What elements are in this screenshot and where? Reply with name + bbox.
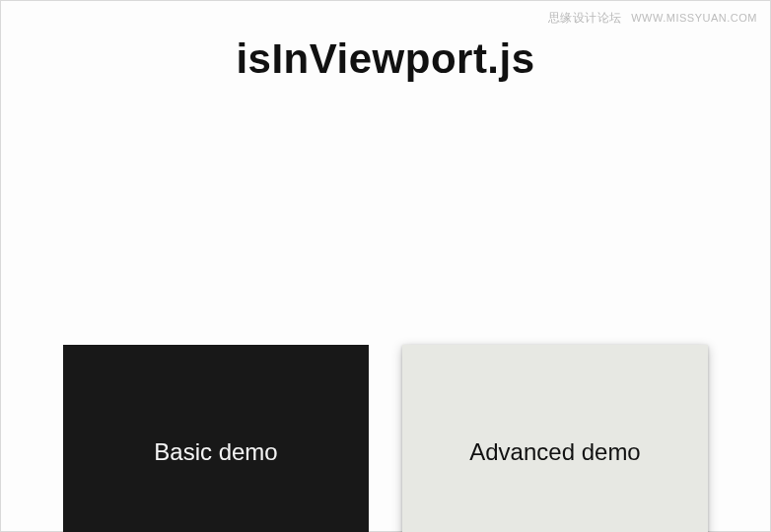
basic-demo-label: Basic demo — [154, 438, 277, 466]
demo-cards-container: Basic demo Advanced demo — [0, 317, 771, 532]
basic-demo-card[interactable]: Basic demo — [63, 345, 369, 532]
watermark: 思缘设计论坛 WWW.MISSYUAN.COM — [548, 10, 757, 27]
advanced-demo-label: Advanced demo — [469, 438, 640, 466]
advanced-demo-card[interactable]: Advanced demo — [402, 345, 708, 532]
watermark-cn: 思缘设计论坛 — [548, 11, 622, 25]
watermark-url: WWW.MISSYUAN.COM — [631, 12, 757, 24]
page-title: isInViewport.js — [0, 35, 771, 83]
